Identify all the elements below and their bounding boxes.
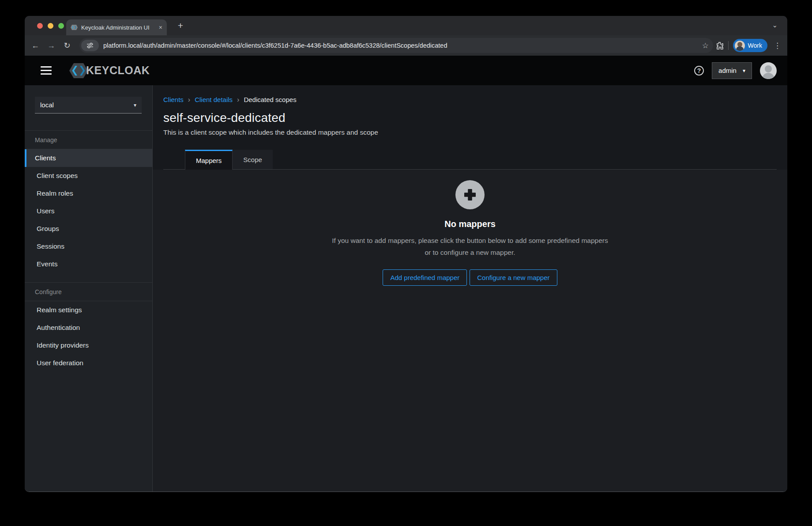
sidebar-item-authentication[interactable]: Authentication	[25, 319, 152, 337]
browser-tab-title: Keycloak Administration UI	[81, 24, 155, 31]
realm-selector[interactable]: local ▾	[35, 97, 142, 114]
sidebar-item-sessions[interactable]: Sessions	[25, 238, 152, 255]
sidebar-item-realm-settings[interactable]: Realm settings	[25, 301, 152, 319]
browser-window: Keycloak Administration UI × + ⌄ ← → ↻ p…	[25, 16, 787, 492]
address-bar[interactable]: platform.local/auth/admin/master/console…	[79, 38, 713, 53]
chevron-right-icon: ›	[188, 96, 190, 103]
browser-menu-icon[interactable]: ⋮	[772, 41, 783, 50]
user-avatar[interactable]	[760, 62, 777, 79]
breadcrumb: Clients › Client details › Dedicated sco…	[163, 96, 777, 103]
tab-mappers[interactable]: Mappers	[185, 150, 233, 170]
breadcrumb-client-details-link[interactable]: Client details	[195, 96, 233, 103]
empty-state: No mappers If you want to add mappers, p…	[329, 180, 611, 492]
zoom-window-button[interactable]	[58, 23, 64, 29]
sidebar-item-client-scopes[interactable]: Client scopes	[25, 167, 152, 185]
configure-new-mapper-button[interactable]: Configure a new mapper	[470, 269, 557, 286]
sidebar-item-users[interactable]: Users	[25, 202, 152, 220]
user-dropdown[interactable]: admin ▾	[712, 62, 752, 79]
chevron-down-icon: ▾	[743, 68, 745, 74]
url-text[interactable]: platform.local/auth/admin/master/console…	[103, 42, 699, 49]
browser-profile-button[interactable]: Work	[733, 39, 767, 52]
page-subtitle: This is a client scope which includes th…	[163, 129, 777, 136]
bookmark-star-icon[interactable]: ☆	[702, 41, 709, 50]
help-icon[interactable]: ?	[694, 66, 704, 76]
profile-avatar	[735, 41, 745, 51]
add-predefined-mapper-button[interactable]: Add predefined mapper	[383, 269, 467, 286]
plus-circle-icon	[455, 180, 485, 209]
sidebar-item-clients[interactable]: Clients	[25, 149, 152, 167]
sidebar-item-events[interactable]: Events	[25, 255, 152, 273]
toolbar-separator	[728, 41, 729, 50]
extensions-puzzle-icon[interactable]	[715, 42, 724, 50]
empty-state-description: If you want to add mappers, please click…	[329, 235, 611, 258]
page-header: Clients › Client details › Dedicated sco…	[153, 85, 787, 170]
close-tab-icon[interactable]: ×	[159, 24, 162, 31]
nav-toggle-hamburger-icon[interactable]	[41, 66, 52, 75]
tab-search-icon[interactable]: ⌄	[772, 21, 778, 29]
reload-icon[interactable]: ↻	[59, 41, 75, 50]
section-label-manage: Manage	[25, 131, 152, 149]
browser-toolbar: ← → ↻ platform.local/auth/admin/master/c…	[25, 35, 787, 56]
site-info-icon[interactable]	[81, 40, 99, 51]
browser-tabstrip: Keycloak Administration UI × + ⌄	[25, 16, 787, 35]
page-title: self-service-dedicated	[163, 111, 777, 125]
sidebar: local ▾ Manage Clients Client scopes Rea…	[25, 85, 153, 492]
content-area: Clients › Client details › Dedicated sco…	[153, 85, 787, 492]
tab-panel-mappers: No mappers If you want to add mappers, p…	[153, 170, 787, 492]
sidebar-item-groups[interactable]: Groups	[25, 220, 152, 238]
keycloak-logo[interactable]: KEYCLOAK	[68, 61, 150, 81]
chevron-right-icon: ›	[237, 96, 239, 103]
tab-bar: Mappers Scope	[163, 150, 777, 170]
realm-name: local	[40, 101, 134, 109]
keycloak-favicon	[71, 24, 78, 31]
sidebar-item-user-federation[interactable]: User federation	[25, 354, 152, 372]
breadcrumb-clients-link[interactable]: Clients	[163, 96, 184, 103]
tab-scope[interactable]: Scope	[233, 150, 273, 169]
section-label-configure: Configure	[25, 283, 152, 301]
sidebar-item-realm-roles[interactable]: Realm roles	[25, 185, 152, 202]
empty-state-actions: Add predefined mapper Configure a new ma…	[383, 269, 557, 286]
empty-state-heading: No mappers	[444, 219, 496, 229]
sidebar-item-identity-providers[interactable]: Identity providers	[25, 337, 152, 354]
breadcrumb-current: Dedicated scopes	[244, 96, 296, 103]
close-window-button[interactable]	[37, 23, 43, 29]
browser-tab[interactable]: Keycloak Administration UI ×	[66, 19, 167, 35]
back-icon[interactable]: ←	[27, 41, 43, 50]
new-tab-button[interactable]: +	[174, 20, 187, 31]
brand-text: KEYCLOAK	[86, 64, 150, 77]
profile-label: Work	[748, 42, 762, 49]
chevron-down-icon: ▾	[134, 102, 136, 108]
forward-icon[interactable]: →	[43, 41, 59, 50]
minimize-window-button[interactable]	[48, 23, 53, 29]
username: admin	[718, 67, 737, 74]
window-controls[interactable]	[37, 23, 64, 29]
keycloak-masthead: KEYCLOAK ? admin ▾	[25, 56, 787, 85]
